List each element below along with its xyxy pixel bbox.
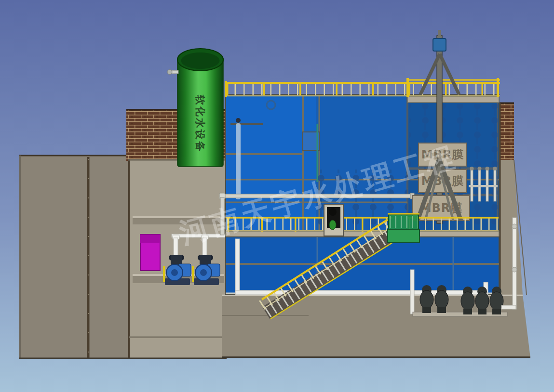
pipe-flange [470, 167, 474, 170]
right-brick-column [500, 103, 514, 160]
motor-body [475, 292, 489, 310]
pump-guard-post [163, 266, 165, 282]
vertical-pipe [513, 218, 516, 309]
manifold-header [469, 185, 498, 187]
landing-platform [388, 229, 419, 243]
pipe-flange [493, 167, 497, 170]
left-boundary-wall [19, 156, 128, 359]
corner-post [497, 78, 499, 97]
control-cabinet-top [140, 235, 160, 243]
green-tank-head-inner [181, 52, 220, 69]
motor-base [422, 307, 431, 313]
stair-landing [388, 214, 419, 243]
plant-3d-rendering: 软化水设备 [0, 0, 554, 392]
left-wall-panel [19, 156, 128, 359]
motor-base [478, 309, 486, 314]
motor-body [461, 292, 474, 310]
motor-body [420, 290, 433, 309]
green-valve-body [329, 220, 336, 230]
motor-base [463, 309, 472, 314]
pipe-flange [512, 267, 517, 272]
green-tank-label: 软化水设备 [194, 94, 206, 153]
motor-base [492, 309, 501, 314]
tank-nozzle-flange [167, 70, 172, 75]
upper-walkway-plank [407, 96, 499, 103]
motor-body [435, 290, 448, 309]
control-cabinet [140, 235, 160, 271]
vertical-drain-pipe [235, 239, 240, 293]
pump-inlet [171, 269, 178, 276]
pipe-flange [512, 224, 517, 229]
pump-riser-pipe [174, 238, 178, 257]
landing-rail-panel [389, 215, 419, 229]
pipe-elbow [501, 305, 516, 309]
motor-base [437, 307, 446, 313]
hoist-mast-stub [438, 30, 441, 37]
hoist-cap [433, 39, 446, 51]
riser-valve [236, 118, 241, 123]
corner-post [225, 81, 227, 97]
pump-guard-post [192, 266, 194, 282]
pipe-flange [478, 167, 482, 170]
cabinet-equipment [329, 208, 337, 216]
air-pipe-vertical [410, 270, 414, 314]
internal-riser-pipe [236, 123, 241, 199]
render-canvas: 软化水设备 [0, 0, 554, 392]
pipe-flange [486, 167, 489, 170]
corner-post [406, 78, 409, 97]
pump-inlet [200, 269, 207, 276]
